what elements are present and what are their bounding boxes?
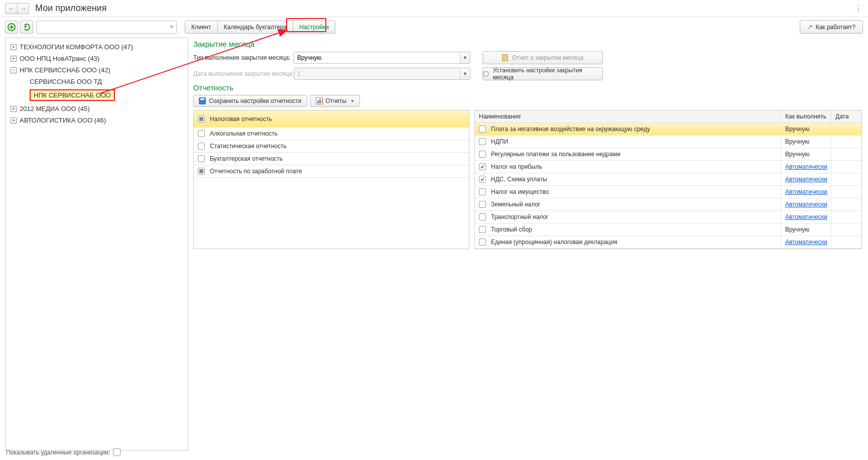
more-menu-icon[interactable]: ⋮ [854, 4, 863, 13]
tab-calendar[interactable]: Календарь бухгалтера [218, 21, 294, 33]
reports-table[interactable]: Наименование Как выполнять Дата Плата за… [474, 110, 862, 249]
category-row[interactable]: Бухгалтерская отчетность [194, 153, 469, 165]
report-name: Земельный налог [491, 201, 540, 208]
report-how-link[interactable]: Автоматически [785, 213, 827, 220]
report-checkbox[interactable] [479, 126, 486, 133]
tree-item[interactable]: АВТОЛОГИСТИКА ООО (46) [6, 114, 188, 126]
report-how-link[interactable]: Автоматически [785, 188, 827, 195]
external-link-icon: ↗ [807, 23, 813, 31]
add-button[interactable] [5, 21, 18, 34]
expand-icon[interactable] [11, 106, 17, 112]
report-checkbox[interactable] [479, 176, 486, 183]
tree-item[interactable]: ТЕХНОЛОГИИ КОМФОРТА ООО (47) [6, 41, 188, 53]
reports-dropdown-button[interactable]: Отчеты ▼ [310, 95, 360, 107]
show-deleted-label: Показывать удаленные организации: [6, 449, 110, 456]
col-name-header[interactable]: Наименование [475, 110, 781, 123]
category-checkbox[interactable] [198, 130, 205, 137]
report-date [831, 148, 861, 160]
closing-report-button[interactable]: Отчет о закрытии месяца [482, 51, 603, 64]
category-checkbox[interactable] [198, 143, 205, 150]
closing-set-label: Установить настройки закрытия месяца [493, 67, 602, 81]
report-name: НДС, Схема уплаты [491, 176, 547, 183]
report-checkbox[interactable] [479, 188, 486, 195]
category-row[interactable]: Статистическая отчетность [194, 140, 469, 153]
report-name: НДПИ [491, 138, 508, 145]
report-checkbox[interactable] [479, 163, 486, 170]
report-checkbox[interactable] [479, 239, 486, 246]
category-checkbox[interactable] [198, 168, 205, 175]
report-how-link[interactable]: Автоматически [785, 201, 827, 208]
closing-set-button[interactable]: Установить настройки закрытия месяца [482, 67, 603, 80]
closing-type-select[interactable] [294, 52, 470, 64]
report-categories-table[interactable]: Налоговая отчетностьАлкогольная отчетнос… [193, 110, 469, 249]
report-how: Вручную [781, 223, 831, 236]
reporting-title: Отчетность [193, 83, 862, 92]
col-how-header[interactable]: Как выполнять [781, 110, 831, 123]
expand-icon[interactable] [11, 56, 17, 62]
category-label: Бухгалтерская отчетность [210, 155, 283, 162]
expand-icon[interactable] [11, 44, 17, 50]
category-row[interactable]: Отчетность по заработной плате [194, 165, 469, 178]
report-checkbox[interactable] [479, 138, 486, 145]
dropdown-arrow-icon: ▼ [460, 68, 470, 79]
report-date [831, 136, 861, 148]
report-how-link[interactable]: Автоматически [785, 239, 827, 246]
dropdown-arrow-icon[interactable]: ▼ [460, 52, 470, 63]
clear-search-icon[interactable]: × [170, 23, 174, 31]
refresh-button[interactable] [20, 21, 33, 34]
report-row[interactable]: Торговый сборВручную [475, 223, 861, 236]
report-name: Плата за негативное воздействие на окруж… [491, 126, 650, 133]
report-how-link[interactable]: Автоматически [785, 176, 827, 183]
search-input[interactable] [36, 21, 177, 34]
category-label: Налоговая отчетность [210, 116, 272, 123]
report-row[interactable]: Налог на имуществоАвтоматически [475, 186, 861, 198]
report-row[interactable]: НДС, Схема уплатыАвтоматически [475, 173, 861, 186]
closing-report-label: Отчет о закрытии месяца [512, 54, 583, 61]
category-checkbox[interactable] [198, 155, 205, 162]
report-date [831, 123, 861, 135]
document-icon [502, 54, 508, 61]
save-reporting-button[interactable]: Сохранить настройки отчетности [193, 95, 307, 107]
report-row[interactable]: Плата за негативное воздействие на окруж… [475, 123, 861, 136]
report-how-link[interactable]: Автоматически [785, 163, 827, 170]
tree-item-label: АВТОЛОГИСТИКА ООО (46) [20, 117, 106, 124]
report-checkbox[interactable] [479, 201, 486, 208]
category-row[interactable]: Алкогольная отчетность [194, 128, 469, 140]
report-checkbox[interactable] [479, 226, 486, 233]
report-date [831, 186, 861, 198]
tree-item-label: ООО НПЦ НовАТранс (43) [20, 55, 99, 62]
report-row[interactable]: Транспортный налогАвтоматически [475, 211, 861, 223]
col-date-header[interactable]: Дата [831, 110, 861, 123]
report-row[interactable]: Налог на прибыльАвтоматически [475, 161, 861, 173]
report-row[interactable]: Регулярные платежи за пользование недрам… [475, 148, 861, 161]
category-checkbox[interactable] [198, 116, 205, 123]
report-date [831, 236, 861, 248]
report-checkbox[interactable] [479, 151, 486, 158]
report-name: Транспортный налог [491, 213, 549, 220]
report-row[interactable]: Единая (упрощенная) налоговая декларация… [475, 236, 861, 249]
report-name: Торговый сбор [491, 226, 532, 233]
org-tree[interactable]: ТЕХНОЛОГИИ КОМФОРТА ООО (47)ООО НПЦ НовА… [5, 38, 188, 450]
nav-forward-button[interactable]: → [17, 3, 29, 14]
tree-item[interactable]: СЕРВИССНАБ ООО ТД [6, 76, 188, 87]
report-row[interactable]: Земельный налогАвтоматически [475, 198, 861, 211]
report-row[interactable]: НДПИВручную [475, 136, 861, 148]
expand-icon[interactable] [11, 118, 17, 124]
closing-date-select [294, 68, 470, 80]
tree-item[interactable]: НПК СЕРВИССНАБ ООО (42) [6, 64, 188, 76]
nav-back-button[interactable]: ← [5, 3, 17, 14]
show-deleted-checkbox[interactable] [113, 448, 120, 456]
tree-item[interactable]: 2012 МЕДИА ООО (45) [6, 103, 188, 114]
tree-item-label: СЕРВИССНАБ ООО ТД [30, 78, 102, 85]
tree-item-label: НПК СЕРВИССНАБ ООО (42) [20, 66, 110, 74]
category-label: Алкогольная отчетность [210, 130, 278, 137]
category-row[interactable]: Налоговая отчетность [194, 110, 469, 128]
help-button[interactable]: ↗ Как работает? [800, 20, 863, 34]
tree-item[interactable]: НПК СЕРВИССНАБ ООО [6, 87, 188, 103]
report-date [831, 198, 861, 210]
tab-settings[interactable]: Настройки [293, 21, 335, 33]
tree-item[interactable]: ООО НПЦ НовАТранс (43) [6, 53, 188, 64]
collapse-icon[interactable] [11, 67, 17, 73]
tab-client[interactable]: Клиент [185, 21, 218, 33]
report-checkbox[interactable] [479, 213, 486, 220]
